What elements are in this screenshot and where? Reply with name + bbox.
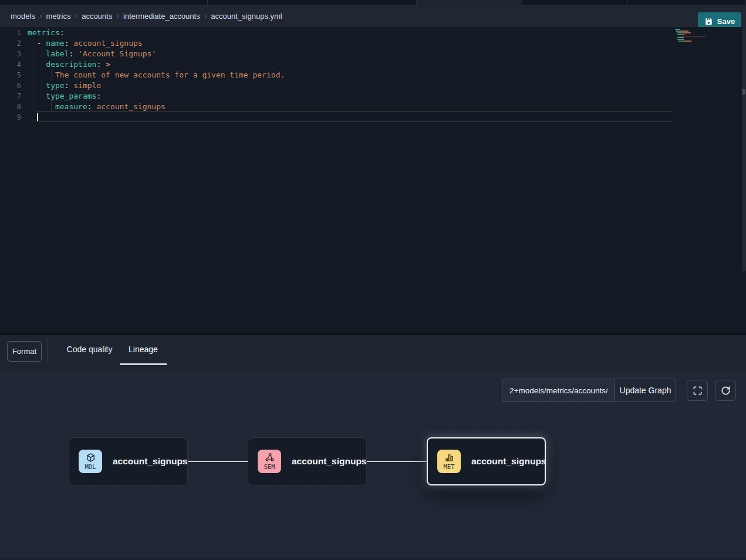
line-number: 7 <box>0 92 21 100</box>
minimap-line <box>675 36 716 37</box>
badge-label: MET <box>444 463 455 470</box>
chevron-right-icon: › <box>116 12 119 20</box>
bottom-edge <box>0 558 746 560</box>
editor-scrollbar[interactable] <box>742 26 746 271</box>
minimap-line <box>675 31 716 32</box>
node-label: account_signups <box>292 456 366 467</box>
breadcrumb-item[interactable]: metrics <box>46 12 71 21</box>
code-text: measure: account_signups <box>28 102 166 111</box>
editor-tab-strip <box>0 0 746 5</box>
line-number: 6 <box>0 81 21 90</box>
code-text: metrics: <box>28 28 65 37</box>
model-icon <box>86 453 96 463</box>
badge-label: SEM <box>264 463 275 470</box>
code-line[interactable]: 5 The count of new accounts for a given … <box>0 69 675 80</box>
code-editor[interactable]: 1metrics:2 - name: account_signups3 labe… <box>0 27 746 333</box>
node-label: account_signups <box>113 456 187 467</box>
line-number: 5 <box>0 70 21 79</box>
badge-label: MDL <box>85 463 96 470</box>
lineage-edge <box>188 461 248 462</box>
code-text: label: 'Account Signups' <box>28 49 156 58</box>
code-text: The count of new accounts for a given ti… <box>28 70 285 79</box>
lineage-node-mdl[interactable]: MDLaccount_signups <box>69 437 188 485</box>
fullscreen-icon <box>693 386 703 396</box>
lineage-node-sem[interactable]: SEMaccount_signups <box>248 437 367 485</box>
minimap-line <box>675 42 716 43</box>
code-line[interactable]: 3 label: 'Account Signups' <box>0 48 675 59</box>
update-graph-button[interactable]: Update Graph <box>615 379 676 402</box>
code-line[interactable]: 8 measure: account_signups <box>0 101 675 112</box>
lineage-canvas[interactable]: Update Graph MDLaccount_signupsSEMaccoun… <box>0 371 746 560</box>
chevron-right-icon: › <box>204 12 207 20</box>
top-tab[interactable] <box>208 0 312 5</box>
fullscreen-button[interactable] <box>687 380 708 401</box>
top-tab[interactable] <box>0 0 103 5</box>
minimap-line <box>675 39 716 40</box>
scrollbar-thumb[interactable] <box>742 89 745 95</box>
format-button[interactable]: Format <box>7 341 42 362</box>
lineage-node-met[interactable]: METaccount_signups <box>427 437 546 485</box>
chevron-right-icon: › <box>39 12 42 20</box>
met-badge: MET <box>437 450 461 473</box>
top-tab[interactable] <box>312 0 417 5</box>
code-line[interactable]: 1metrics: <box>0 27 675 38</box>
tab-lineage[interactable]: Lineage <box>120 335 167 363</box>
top-tab[interactable] <box>628 0 746 5</box>
sem-badge: SEM <box>258 450 281 473</box>
breadcrumb: models›metrics›accounts›intermediate_acc… <box>11 12 282 21</box>
panel-separator <box>48 339 48 363</box>
breadcrumb-item[interactable]: account_signups.yml <box>211 12 282 21</box>
top-tab[interactable] <box>522 0 628 5</box>
line-number: 2 <box>0 39 21 48</box>
tab-code-quality[interactable]: Code quality <box>60 335 119 363</box>
breadcrumb-item[interactable]: models <box>11 12 35 21</box>
top-tab[interactable] <box>103 0 208 5</box>
minimap-line <box>675 32 716 33</box>
breadcrumb-item[interactable]: intermediate_accounts <box>123 12 200 21</box>
chevron-right-icon: › <box>75 12 77 20</box>
node-label: account_signups <box>471 456 546 467</box>
line-number: 4 <box>0 60 21 69</box>
editor-minimap[interactable] <box>675 29 716 44</box>
tab-label: Code quality <box>67 345 113 354</box>
breadcrumb-bar: models›metrics›accounts›intermediate_acc… <box>0 5 746 27</box>
minimap-line <box>675 29 716 30</box>
line-number: 8 <box>0 102 21 111</box>
minimap-line <box>675 41 716 42</box>
line-number: 3 <box>0 49 21 58</box>
lineage-edge <box>367 461 427 462</box>
mdl-badge: MDL <box>79 450 102 473</box>
code-text: - name: account_signups <box>28 39 143 48</box>
code-text: description: > <box>28 60 110 69</box>
current-line-highlight <box>36 112 673 122</box>
minimap-line <box>675 34 716 35</box>
top-tab-active[interactable] <box>417 0 522 5</box>
semantic-icon <box>265 453 275 463</box>
lineage-filter-input[interactable] <box>502 379 615 402</box>
minimap-line <box>675 37 716 38</box>
code-line[interactable]: 4 description: > <box>0 59 675 69</box>
active-tab-underline <box>120 363 167 365</box>
code-line[interactable]: 2 - name: account_signups <box>0 38 675 48</box>
breadcrumb-item[interactable]: accounts <box>82 12 112 21</box>
refresh-icon <box>721 386 731 396</box>
bottom-panel-bar: Format Code quality Lineage <box>0 335 746 371</box>
refresh-button[interactable] <box>715 380 736 401</box>
line-number: 9 <box>0 113 21 122</box>
format-button-label: Format <box>12 347 36 356</box>
update-graph-label: Update Graph <box>620 386 671 395</box>
line-number: 1 <box>0 28 21 37</box>
code-text: type: simple <box>28 81 101 90</box>
code-line[interactable]: 7 type_params: <box>0 90 675 101</box>
code-text: type_params: <box>28 92 101 100</box>
save-icon <box>704 17 713 26</box>
code-line[interactable]: 6 type: simple <box>0 80 675 90</box>
metric-icon <box>444 453 454 463</box>
save-button-label: Save <box>717 17 735 26</box>
tab-label: Lineage <box>129 345 158 354</box>
text-cursor <box>37 113 38 121</box>
